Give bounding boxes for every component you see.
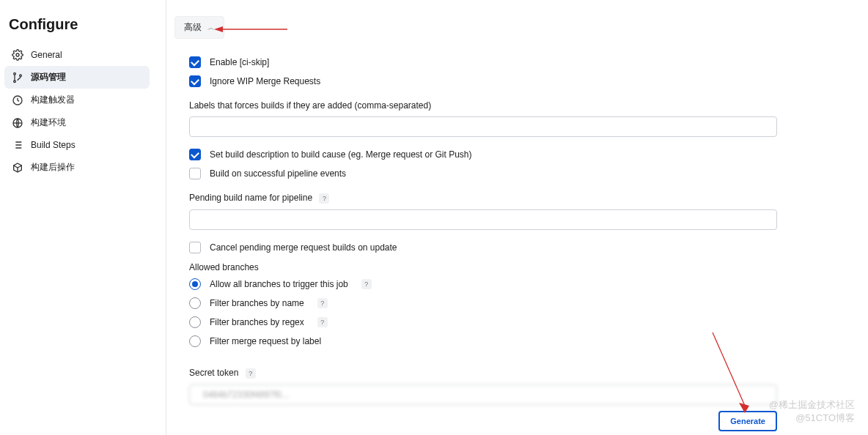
help-icon[interactable]: ? bbox=[317, 317, 328, 327]
sidebar: General 源码管理 构建触发器 构建环境 Build Steps 构建后操… bbox=[4, 44, 150, 179]
secret-token-label: Secret token bbox=[189, 368, 238, 378]
branch-allow-all-radio[interactable] bbox=[189, 278, 201, 290]
cancel-pending-label: Cancel pending merge request builds on u… bbox=[210, 242, 397, 253]
divider bbox=[166, 0, 166, 435]
help-icon[interactable]: ? bbox=[317, 298, 328, 308]
row-set-build-desc: Set build description to build cause (eg… bbox=[189, 149, 845, 160]
labels-force-label: Labels that forces builds if they are ad… bbox=[189, 100, 845, 111]
help-icon[interactable]: ? bbox=[361, 279, 372, 289]
svg-point-1 bbox=[14, 72, 16, 75]
secret-token-input[interactable] bbox=[189, 384, 777, 405]
svg-marker-7 bbox=[214, 26, 223, 32]
pending-build-name-label: Pending build name for pipeline bbox=[189, 193, 312, 203]
svg-point-3 bbox=[20, 75, 22, 77]
sidebar-item-label: 构建触发器 bbox=[31, 94, 75, 106]
ignore-wip-label: Ignore WIP Merge Requests bbox=[210, 76, 320, 86]
list-icon bbox=[12, 139, 23, 151]
row-ignore-wip: Ignore WIP Merge Requests bbox=[189, 75, 845, 87]
page-title: Configure bbox=[9, 16, 78, 33]
sidebar-item-general[interactable]: General bbox=[4, 44, 150, 66]
allowed-branches-label: Allowed branches bbox=[189, 262, 845, 272]
sidebar-item-label: 源码管理 bbox=[31, 71, 66, 83]
watermark-line2: @51CTO博客 bbox=[769, 412, 855, 425]
generate-row: Generate bbox=[189, 411, 777, 431]
cancel-pending-checkbox[interactable] bbox=[189, 242, 201, 253]
annotation-arrow-icon bbox=[707, 327, 751, 414]
branch-by-regex-radio[interactable] bbox=[189, 316, 201, 328]
sidebar-item-label: 构建后操作 bbox=[31, 161, 75, 174]
advanced-toggle-label: 高级 bbox=[184, 21, 202, 34]
row-cancel-pending: Cancel pending merge request builds on u… bbox=[189, 242, 845, 253]
row-enable-ci-skip: Enable [ci-skip] bbox=[189, 56, 845, 68]
svg-point-0 bbox=[16, 53, 19, 56]
sidebar-item-build-env[interactable]: 构建环境 bbox=[4, 111, 150, 134]
branch-by-regex-label: Filter branches by regex bbox=[210, 317, 304, 327]
branch-by-mr-label-radio[interactable] bbox=[189, 335, 201, 347]
enable-ci-skip-label: Enable [ci-skip] bbox=[210, 57, 269, 67]
row-build-on-pipeline: Build on successful pipeline events bbox=[189, 168, 845, 179]
help-icon[interactable]: ? bbox=[246, 368, 256, 379]
row-branch-allow-all: Allow all branches to trigger this job ? bbox=[189, 278, 845, 290]
branch-by-mr-label-label: Filter merge request by label bbox=[210, 336, 321, 346]
sidebar-item-label: Build Steps bbox=[31, 140, 76, 150]
ignore-wip-checkbox[interactable] bbox=[189, 75, 201, 87]
git-branch-icon bbox=[12, 72, 23, 83]
sidebar-item-label: 构建环境 bbox=[31, 116, 66, 129]
annotation-arrow-icon bbox=[214, 25, 289, 34]
globe-icon bbox=[12, 117, 23, 129]
clock-icon bbox=[12, 94, 23, 106]
gear-icon bbox=[12, 49, 23, 61]
sidebar-item-build-steps[interactable]: Build Steps bbox=[4, 134, 150, 156]
main-content: 高级 ︿ Enable [ci-skip] Ignore WIP Merge R… bbox=[174, 16, 859, 435]
svg-point-2 bbox=[14, 81, 16, 83]
pending-build-name-label-row: Pending build name for pipeline ? bbox=[189, 193, 845, 204]
sidebar-item-source-management[interactable]: 源码管理 bbox=[4, 66, 150, 89]
branch-by-name-label: Filter branches by name bbox=[210, 298, 304, 308]
set-build-desc-label: Set build description to build cause (eg… bbox=[210, 149, 472, 160]
svg-line-8 bbox=[713, 332, 745, 406]
pending-build-name-input[interactable] bbox=[189, 209, 777, 230]
row-branch-by-name: Filter branches by name ? bbox=[189, 297, 845, 309]
labels-force-input[interactable] bbox=[189, 116, 777, 137]
build-on-pipeline-checkbox[interactable] bbox=[189, 168, 201, 179]
watermark: @稀土掘金技术社区 @51CTO博客 bbox=[769, 398, 855, 425]
package-icon bbox=[12, 162, 23, 174]
sidebar-item-label: General bbox=[31, 50, 62, 60]
set-build-desc-checkbox[interactable] bbox=[189, 149, 201, 160]
watermark-line1: @稀土掘金技术社区 bbox=[769, 398, 855, 412]
branch-allow-all-label: Allow all branches to trigger this job bbox=[210, 279, 348, 289]
enable-ci-skip-checkbox[interactable] bbox=[189, 56, 201, 68]
sidebar-item-post-build[interactable]: 构建后操作 bbox=[4, 156, 150, 179]
advanced-form: Enable [ci-skip] Ignore WIP Merge Reques… bbox=[174, 56, 859, 435]
svg-marker-9 bbox=[739, 403, 749, 413]
sidebar-item-build-triggers[interactable]: 构建触发器 bbox=[4, 89, 150, 111]
branch-by-name-radio[interactable] bbox=[189, 297, 201, 309]
build-on-pipeline-label: Build on successful pipeline events bbox=[210, 168, 346, 179]
help-icon[interactable]: ? bbox=[319, 193, 329, 204]
